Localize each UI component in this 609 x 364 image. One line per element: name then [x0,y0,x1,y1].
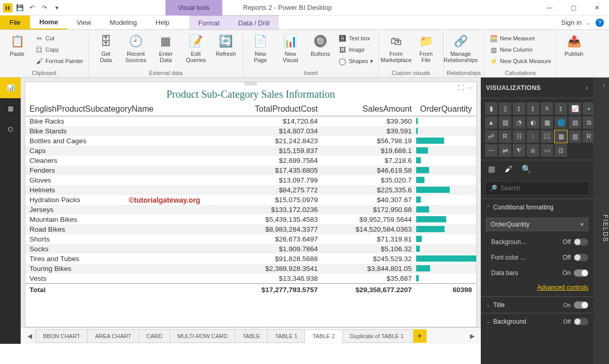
manage-relationships-button[interactable]: 🔗Manage Relationships [447,32,475,63]
viz-type-icon[interactable]: ⧇ [527,144,539,157]
tab-format[interactable]: Format [189,16,229,29]
tab-view[interactable]: View [67,16,100,29]
qat-dropdown-icon[interactable]: ▾ [52,3,62,13]
sheet-tab[interactable]: TABLE [235,329,268,343]
sheet-tab[interactable]: MULTI-ROW CARD [170,329,235,343]
viz-type-icon[interactable]: ▧ [499,116,511,129]
cf-background-toggle[interactable] [574,238,588,246]
table-row[interactable]: Road Bikes$8,983,284.3377$14,520,584.036… [25,224,476,234]
viz-type-icon[interactable]: ▤ [569,116,581,129]
viz-type-icon[interactable]: ⫿ [527,102,539,115]
report-canvas[interactable]: ⛶ ⋯ Product Sub-Category Sales Informati… [25,82,477,327]
format-painter-button[interactable]: 🖌Format Painter [33,56,85,66]
viz-type-icon[interactable]: ⊡ [555,144,567,157]
table-row[interactable]: Shorts$26,673.6497$71,319.81 [25,234,476,244]
table-row[interactable]: Bottles and Cages$21,242.8423$56,798.19 [25,136,476,146]
table-row[interactable]: Socks$1,909.7864$5,106.32 [25,244,476,254]
section-title[interactable]: ⌄ Title On [481,296,593,313]
viz-type-icon[interactable]: ◔ [513,116,525,129]
new-column-button[interactable]: ▥New Column [488,44,553,55]
viz-type-icon[interactable]: R [499,130,511,143]
viz-type-icon[interactable]: ⧥ [499,144,511,157]
tab-data-drill[interactable]: Data / Drill [229,16,279,29]
viz-type-icon[interactable]: ◐ [527,116,539,129]
table-row[interactable]: Hydration Packs$15,075.0979$40,307.67 [25,195,476,205]
cut-button[interactable]: ✂Cut [33,33,85,43]
sheet-tab[interactable]: AREA CHART [87,329,139,343]
edit-queries-button[interactable]: 📝Edit Queries [182,32,210,63]
save-icon[interactable]: 💾 [14,3,25,13]
col-header-sales[interactable]: SalesAmount [322,102,416,116]
viz-type-icon[interactable]: ⫿ [555,102,567,115]
viz-type-icon[interactable]: ▭ [541,144,553,157]
buttons-button[interactable]: 🔘Buttons [307,32,334,57]
search-box[interactable]: 🔎 [485,181,589,195]
tab-modeling[interactable]: Modeling [100,16,146,29]
viz-type-icon[interactable]: ⧨ [513,144,525,157]
tab-home[interactable]: Home [30,16,67,29]
refresh-button[interactable]: 🔄Refresh [212,32,240,57]
get-data-button[interactable]: 🗄Get Data [92,32,120,63]
visual-drag-handle[interactable] [245,82,257,85]
new-page-button[interactable]: 📄New Page [247,32,275,63]
col-header-cost[interactable]: TotalProductCost [218,102,322,116]
chevron-left-icon[interactable]: ‹ [603,82,605,89]
sheet-tab[interactable]: TABLE 2 [305,329,342,343]
sheet-tab[interactable]: CARD [139,329,170,343]
analytics-tab-icon[interactable]: 🔍 [522,164,531,174]
background-toggle[interactable] [574,318,588,325]
sheet-tab[interactable]: Duplicate of TABLE 1 [342,329,412,343]
table-row[interactable]: Helmets$84,275.772$225,335.6 [25,185,476,195]
sign-in-link[interactable]: Sign in [561,19,582,26]
viz-type-icon[interactable]: ▥ [569,130,581,143]
from-file-button[interactable]: 📁From File [412,32,440,63]
undo-icon[interactable]: ↶ [27,3,37,13]
viz-type-icon[interactable]: 🌐 [555,116,567,129]
viz-type-icon[interactable]: ⁝ [527,130,539,143]
textbox-button[interactable]: 🅰Text box [337,33,375,43]
maximize-button[interactable]: ▢ [561,0,585,16]
chevron-down-icon[interactable]: ⌄ [586,19,591,26]
help-icon[interactable]: ? [596,19,604,27]
cf-databars-toggle[interactable] [574,269,588,277]
table-row[interactable]: Vests$13,346.938$35,687 [25,274,476,284]
sheet-tab[interactable]: TABLE 1 [267,329,305,343]
title-toggle[interactable] [574,301,588,309]
table-row[interactable]: Touring Bikes$2,389,928.3541$3,844,801.0… [25,264,476,274]
fields-pane-collapsed[interactable]: FIELDS [593,78,609,364]
tab-file[interactable]: File [0,16,30,29]
copy-button[interactable]: ⿻Copy [33,44,85,55]
viz-type-icon[interactable]: 📈 [569,102,581,115]
section-background[interactable]: ⌄ Background Off [481,313,593,329]
table-row[interactable]: Caps$15,159.837$19,688.1 [25,146,476,156]
search-input[interactable] [500,185,585,192]
data-view-icon[interactable]: ▦ [0,98,21,119]
viz-type-icon[interactable]: ▦ [555,130,567,143]
viz-type-icon[interactable]: ☍ [485,130,497,143]
viz-type-icon[interactable]: ▦ [541,116,553,129]
viz-type-icon[interactable]: ⫿ [513,102,525,115]
viz-type-icon[interactable]: ≡ [541,102,553,115]
visualizations-header[interactable]: VISUALIZATIONS› [481,78,593,98]
cf-fontcolor-toggle[interactable] [574,254,588,261]
data-table[interactable]: EnglishProductSubcategoryName TotalProdu… [25,102,476,295]
table-row[interactable]: Fenders$17,435.6805$46,619.58 [25,165,476,175]
sheet-tab[interactable]: BBON CHART [35,329,88,343]
focus-mode-icon[interactable]: ⛶ [458,84,464,92]
close-button[interactable]: ✕ [585,0,609,16]
table-row[interactable]: Jerseys$133,172.0236$172,950.68 [25,205,476,215]
table-row[interactable]: Cleaners$2,699.7564$7,218.6 [25,156,476,165]
image-button[interactable]: 🖼Image [337,44,375,55]
shapes-button[interactable]: ◯Shapes ▾ [337,56,375,66]
more-options-icon[interactable]: ⋯ [467,84,473,92]
new-visual-button[interactable]: 📊New Visual [277,32,305,63]
advanced-controls-link[interactable]: Advanced controls [537,284,588,291]
tab-help[interactable]: Help [146,16,179,29]
table-row[interactable]: Mountain Bikes$5,439,135.4583$9,952,759.… [25,215,476,224]
enter-data-button[interactable]: ▦Enter Data [152,32,180,63]
cf-field-dropdown[interactable]: OrderQuantity▾ [486,218,588,231]
report-view-icon[interactable]: 📊 [0,78,21,98]
viz-type-icon[interactable]: ▲ [485,116,497,129]
recent-sources-button[interactable]: 🕘Recent Sources [122,32,150,63]
from-marketplace-button[interactable]: 🛍From Marketplace [382,32,410,63]
